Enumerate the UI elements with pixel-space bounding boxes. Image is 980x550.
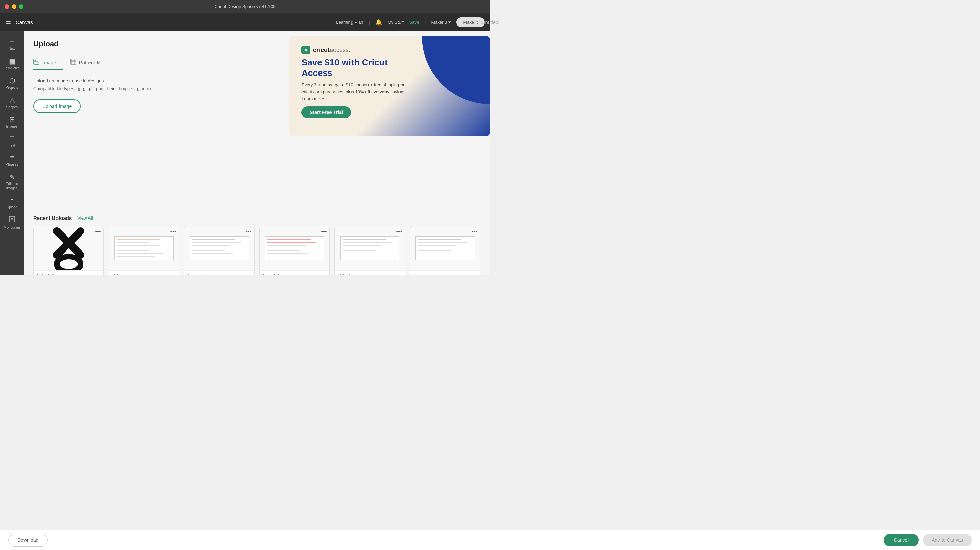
upload-grid: ••• Uploaded (33, 226, 480, 275)
sidebar-item-text[interactable]: T Text (2, 132, 22, 150)
my-stuff-link[interactable]: My Stuff (388, 20, 404, 25)
projects-icon: ⬡ (9, 77, 15, 85)
shapes-icon: △ (10, 96, 14, 104)
close-button[interactable] (5, 5, 9, 9)
card-menu-icon-3[interactable]: ••• (246, 229, 251, 235)
svg-point-11 (57, 257, 81, 270)
make-it-button[interactable]: Make It (456, 18, 485, 27)
promo-logo-text: cricutaccess. (313, 47, 350, 54)
sidebar-item-templates[interactable]: ▦ Templates (2, 54, 22, 73)
sidebar-item-shapes[interactable]: △ Shapes (2, 93, 22, 112)
learning-plan-link[interactable]: Learning Plan (336, 20, 363, 25)
phrases-icon: ≡ (10, 154, 14, 162)
upload-card-2[interactable]: ••• Uploaded (108, 226, 179, 275)
upload-icon: ↑ (10, 196, 14, 204)
maker-selector[interactable]: Maker 3 ▾ (431, 20, 451, 25)
traffic-lights (5, 5, 24, 9)
text-icon: T (10, 135, 14, 143)
tab-image[interactable]: Image (33, 55, 63, 70)
editable-images-icon: ✎ (9, 173, 15, 181)
card-image-3 (185, 226, 254, 270)
recent-uploads-section: Recent Uploads View All ••• (33, 215, 480, 275)
card-menu-icon-5[interactable]: ••• (396, 229, 402, 235)
start-free-trial-button[interactable]: Start Free Trial (301, 106, 351, 118)
card-image-2 (109, 226, 179, 270)
promo-heading: Save $10 with Cricut Access (301, 57, 417, 78)
minimize-button[interactable] (12, 5, 16, 9)
images-icon: ⊞ (9, 115, 15, 124)
svg-text:M: M (11, 217, 13, 221)
monogram-icon: M (8, 215, 16, 225)
card-image-4 (259, 226, 329, 270)
sidebar-item-projects[interactable]: ⬡ Projects (2, 74, 22, 92)
navbar: ☰ Canvas Untitled Learning Plan | 🔔 My S… (0, 13, 490, 31)
sidebar-item-upload[interactable]: ↑ Upload (2, 194, 22, 212)
section-header: Recent Uploads View All (33, 215, 480, 221)
view-all-link[interactable]: View All (77, 215, 92, 220)
upload-card-1[interactable]: ••• Uploaded (33, 226, 104, 275)
tab-pattern-fill[interactable]: Pattern fill (70, 55, 108, 70)
sidebar-item-monogram[interactable]: M Monogram (2, 213, 22, 233)
cricut-logo-icon: a (301, 46, 310, 54)
sidebar-item-phrases[interactable]: ≡ Phrases (2, 151, 22, 169)
main-layout: ＋ New ▦ Templates ⬡ Projects △ Shapes ⊞ … (0, 31, 490, 275)
upload-card-6[interactable]: ••• Uploaded (410, 226, 480, 275)
project-title: Untitled (482, 19, 490, 25)
notifications-icon[interactable]: 🔔 (375, 19, 382, 26)
card-label-6: Uploaded (410, 270, 480, 275)
menu-icon[interactable]: ☰ (5, 19, 11, 25)
card-menu-icon-6[interactable]: ••• (472, 229, 477, 235)
card-label-3: Uploaded (185, 270, 254, 275)
sidebar-item-images[interactable]: ⊞ Images (2, 113, 22, 131)
titlebar: Cricut Design Space v7.41.109 (0, 0, 490, 13)
card-image-6 (410, 226, 480, 270)
card-image-5 (335, 226, 404, 270)
image-tab-icon (33, 59, 40, 66)
card-label-4: Uploaded (259, 270, 329, 275)
promo-logo: a cricutaccess. (301, 46, 478, 54)
promo-banner: a cricutaccess. Save $10 with Cricut Acc… (289, 36, 490, 137)
sidebar-item-editable-images[interactable]: ✎ Editable Images (2, 170, 22, 193)
navbar-right: Learning Plan | 🔔 My Stuff Save | Maker … (336, 18, 485, 27)
app-title: Cricut Design Space v7.41.109 (215, 4, 275, 9)
maximize-button[interactable] (19, 5, 24, 9)
chevron-down-icon: ▾ (449, 20, 451, 25)
upload-card-4[interactable]: ••• Uploaded (259, 226, 330, 275)
recent-uploads-title: Recent Uploads (33, 215, 72, 221)
upload-card-5[interactable]: ••• Uploaded (334, 226, 405, 275)
card-label-1: Uploaded (34, 270, 103, 275)
card-label-5: Uploaded (335, 270, 404, 275)
new-icon: ＋ (8, 37, 15, 46)
card-menu-icon-2[interactable]: ••• (170, 229, 176, 235)
card-menu-icon-4[interactable]: ••• (321, 229, 327, 235)
card-label-2: Uploaded (109, 270, 179, 275)
card-menu-icon-1[interactable]: ••• (95, 229, 101, 235)
templates-icon: ▦ (9, 57, 15, 65)
pattern-tab-icon (70, 59, 76, 66)
promo-description: Every 3 months, get a $10 coupon + free … (301, 82, 410, 95)
card-image-1 (34, 226, 103, 270)
sidebar-item-new[interactable]: ＋ New (2, 34, 22, 54)
content-wrapper: Upload Image (33, 40, 480, 275)
learn-more-link[interactable]: Learn more (301, 96, 478, 101)
upload-image-button[interactable]: Upload Image (33, 99, 81, 113)
upload-card-3[interactable]: ••• Uploaded (184, 226, 255, 275)
content-area: Upload Image (24, 31, 490, 275)
canvas-label: Canvas (16, 19, 33, 25)
sidebar: ＋ New ▦ Templates ⬡ Projects △ Shapes ⊞ … (0, 31, 24, 275)
save-link[interactable]: Save (409, 20, 419, 25)
